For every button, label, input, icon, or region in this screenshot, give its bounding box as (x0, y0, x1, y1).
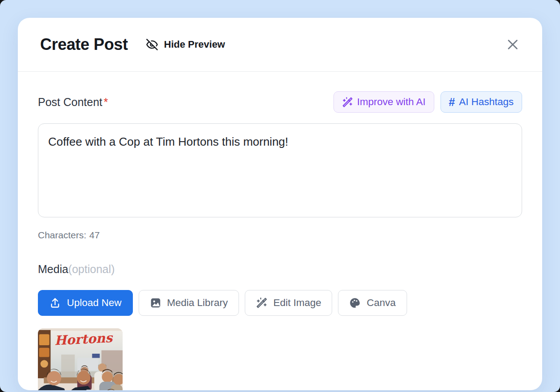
media-thumbnail[interactable]: Hortons (38, 328, 123, 390)
hash-icon: # (449, 97, 455, 108)
canva-label: Canva (366, 297, 395, 309)
canva-button[interactable]: Canva (338, 290, 407, 316)
hide-preview-label: Hide Preview (164, 39, 225, 50)
post-content-header-row: Post Content* Improve with AI (38, 91, 522, 113)
thumbnail-sign-text: Hortons (54, 330, 113, 348)
ai-hashtags-label: AI Hashtags (459, 96, 514, 108)
character-count-value: 47 (89, 230, 99, 240)
upload-icon (49, 297, 61, 309)
close-button[interactable] (504, 36, 522, 53)
media-actions: Upload New Media Library (38, 290, 522, 316)
create-post-modal: Create Post Hide Preview (18, 18, 542, 390)
page-background: Create Post Hide Preview (0, 0, 560, 392)
modal-header: Create Post Hide Preview (18, 18, 542, 72)
improve-with-ai-button[interactable]: Improve with AI (334, 91, 434, 113)
improve-with-ai-label: Improve with AI (357, 96, 426, 108)
eye-off-icon (146, 38, 158, 51)
media-section-label: Media(optional) (38, 263, 522, 276)
magic-wand-icon (342, 97, 353, 108)
required-asterisk: * (104, 96, 108, 108)
modal-title: Create Post (40, 35, 128, 54)
ai-actions: Improve with AI # AI Hashtags (334, 91, 522, 113)
edit-image-label: Edit Image (273, 297, 321, 309)
media-label: Media (38, 263, 68, 275)
upload-new-label: Upload New (67, 297, 122, 309)
palette-icon (349, 297, 361, 309)
edit-image-button[interactable]: Edit Image (245, 290, 333, 316)
character-count: Characters:47 (38, 230, 522, 241)
post-content-label-group: Post Content* (38, 96, 108, 109)
thumbnail-photo: Hortons (38, 328, 123, 390)
character-count-label: Characters: (38, 230, 86, 240)
upload-new-button[interactable]: Upload New (38, 290, 133, 316)
media-library-label: Media Library (167, 297, 228, 309)
hide-preview-button[interactable]: Hide Preview (145, 37, 226, 53)
modal-content: Post Content* Improve with AI (18, 72, 542, 390)
post-content-textarea[interactable]: Coffee with a Cop at Tim Hortons this mo… (38, 123, 522, 217)
ai-hashtags-button[interactable]: # AI Hashtags (441, 91, 522, 113)
close-icon (506, 37, 520, 52)
edit-wand-icon (256, 297, 268, 309)
image-icon (150, 297, 161, 309)
post-content-label: Post Content (38, 96, 103, 108)
media-library-button[interactable]: Media Library (139, 290, 239, 316)
media-optional-label: (optional) (68, 263, 115, 275)
